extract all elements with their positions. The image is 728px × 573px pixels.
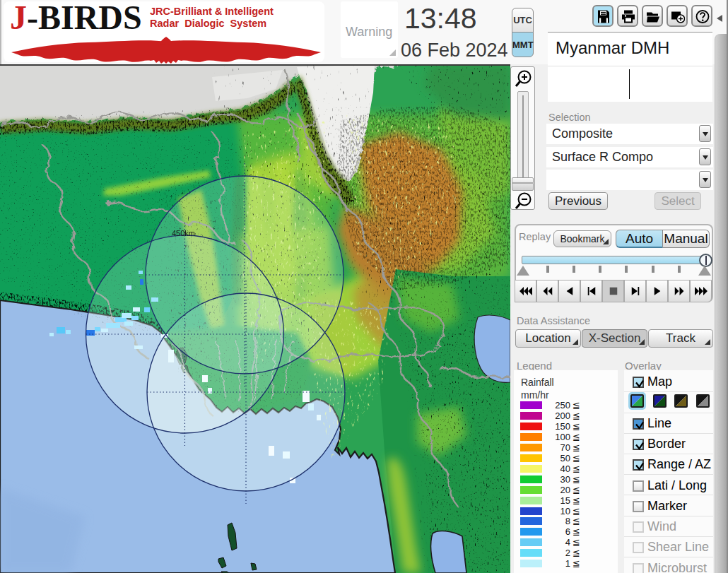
svg-text:450km: 450km — [172, 229, 195, 237]
